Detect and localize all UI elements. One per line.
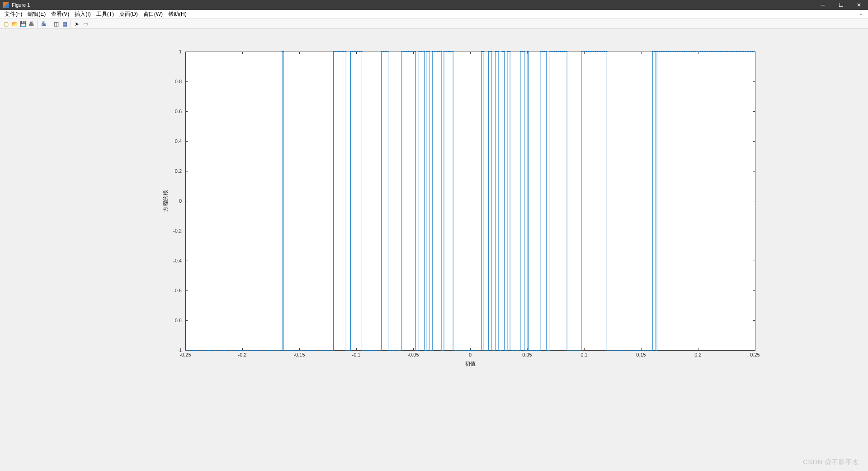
svg-rect-271	[540, 350, 541, 351]
svg-rect-126	[306, 350, 307, 351]
svg-rect-324	[645, 350, 646, 351]
svg-rect-364	[725, 51, 726, 52]
menu-window[interactable]: 窗口(W)	[141, 10, 165, 18]
menu-file[interactable]: 文件(F)	[2, 10, 25, 18]
svg-rect-213	[459, 350, 460, 351]
svg-rect-325	[647, 350, 648, 351]
svg-rect-255	[520, 350, 521, 351]
svg-rect-162	[379, 350, 380, 351]
svg-rect-348	[689, 51, 689, 52]
svg-rect-301	[595, 51, 596, 52]
data-cursor-icon[interactable]: 🖶	[40, 20, 48, 28]
insert-legend-icon[interactable]: ▭	[81, 20, 90, 28]
svg-rect-119	[290, 350, 291, 351]
svg-text:-0.1: -0.1	[352, 352, 361, 357]
menu-help[interactable]: 帮助(H)	[165, 10, 189, 18]
svg-rect-269	[536, 350, 537, 351]
svg-rect-336	[661, 51, 662, 52]
print-icon[interactable]: 🖶	[28, 20, 36, 28]
svg-rect-207	[448, 51, 449, 52]
svg-rect-106	[268, 350, 269, 351]
svg-rect-182	[415, 350, 416, 351]
svg-rect-260	[525, 350, 526, 351]
svg-rect-135	[326, 350, 327, 351]
svg-rect-124	[301, 350, 302, 351]
svg-rect-315	[625, 350, 626, 351]
menu-insert[interactable]: 插入(I)	[72, 10, 93, 18]
svg-rect-110	[277, 350, 278, 351]
save-icon[interactable]: 💾	[19, 20, 27, 28]
svg-text:0.25: 0.25	[750, 352, 760, 357]
svg-rect-183	[417, 350, 418, 351]
svg-rect-224	[481, 51, 482, 52]
svg-rect-280	[552, 51, 552, 52]
svg-rect-232	[491, 51, 492, 52]
svg-rect-312	[618, 350, 619, 351]
svg-rect-139	[333, 51, 334, 52]
svg-rect-194	[429, 350, 429, 351]
colorbar-icon[interactable]: ▤	[61, 20, 69, 28]
svg-rect-300	[593, 51, 594, 52]
svg-rect-74	[194, 350, 195, 351]
maximize-button[interactable]: ☐	[832, 0, 850, 10]
menubar-overflow-icon[interactable]: ⌄	[856, 11, 865, 16]
svg-text:-0.2: -0.2	[238, 352, 247, 357]
svg-rect-88	[226, 350, 227, 351]
svg-rect-373	[745, 51, 746, 52]
svg-rect-241	[502, 350, 503, 351]
svg-rect-335	[659, 51, 660, 52]
svg-rect-99	[252, 350, 253, 351]
svg-rect-261	[527, 350, 528, 351]
svg-rect-357	[709, 51, 710, 52]
menu-desktop[interactable]: 桌面(D)	[117, 10, 141, 18]
svg-rect-181	[415, 51, 416, 52]
svg-rect-191	[426, 51, 427, 52]
svg-rect-316	[627, 350, 628, 351]
svg-rect-302	[597, 51, 598, 52]
svg-rect-360	[716, 51, 717, 52]
menu-tools[interactable]: 工具(T)	[94, 10, 117, 18]
svg-rect-264	[528, 51, 529, 52]
svg-rect-159	[372, 350, 373, 351]
svg-rect-83	[215, 350, 216, 351]
svg-rect-180	[413, 51, 414, 52]
svg-rect-107	[270, 350, 271, 351]
pointer-icon[interactable]: ➤	[73, 20, 81, 28]
new-file-icon[interactable]: ▢	[2, 20, 10, 28]
svg-rect-104	[263, 350, 264, 351]
svg-rect-214	[462, 350, 462, 351]
svg-rect-103	[261, 350, 262, 351]
svg-rect-95	[243, 350, 244, 351]
svg-rect-73	[192, 350, 193, 351]
svg-rect-105	[266, 350, 267, 351]
close-button[interactable]: ✕	[850, 0, 868, 10]
svg-rect-281	[554, 51, 555, 52]
minimize-button[interactable]: ─	[814, 0, 832, 10]
svg-rect-253	[515, 350, 516, 351]
svg-rect-129	[312, 350, 313, 351]
svg-rect-339	[668, 51, 669, 52]
svg-rect-174	[401, 350, 402, 351]
svg-rect-212	[457, 350, 458, 351]
svg-rect-197	[432, 51, 433, 52]
menu-edit[interactable]: 编辑(E)	[25, 10, 48, 18]
rotate-icon[interactable]: ◫	[52, 20, 60, 28]
svg-rect-71	[187, 350, 188, 351]
menu-view[interactable]: 查看(V)	[48, 10, 72, 18]
svg-rect-287	[566, 51, 567, 52]
svg-rect-202	[441, 350, 442, 351]
svg-rect-141	[338, 51, 339, 52]
svg-rect-143	[343, 51, 344, 52]
svg-rect-310	[613, 350, 614, 351]
svg-rect-86	[222, 350, 223, 351]
svg-rect-294	[581, 350, 582, 351]
svg-text:-0.6: -0.6	[173, 288, 182, 293]
svg-rect-251	[509, 350, 510, 351]
open-folder-icon[interactable]: 📂	[10, 20, 19, 28]
svg-rect-164	[381, 51, 382, 52]
svg-rect-190	[426, 350, 427, 351]
svg-rect-244	[504, 51, 505, 52]
svg-rect-154	[362, 350, 363, 351]
menu-bar: 文件(F) 编辑(E) 查看(V) 插入(I) 工具(T) 桌面(D) 窗口(W…	[0, 10, 868, 19]
svg-rect-307	[606, 350, 607, 351]
